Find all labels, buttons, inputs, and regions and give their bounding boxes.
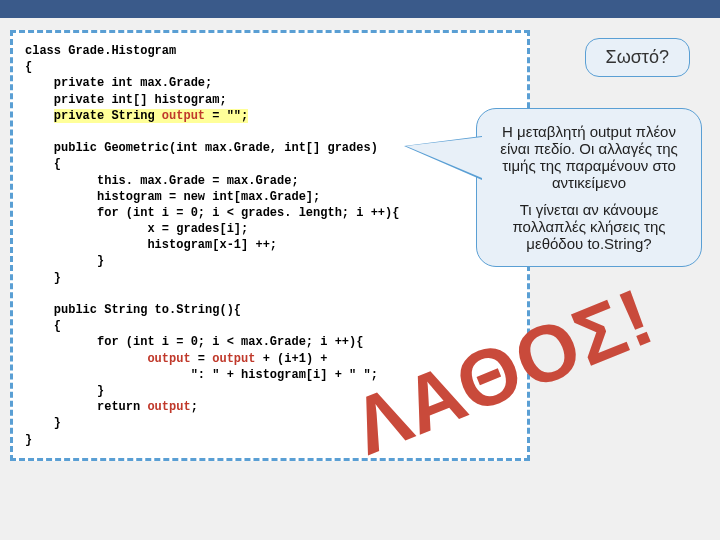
code-line: x = grades[i]; bbox=[25, 222, 248, 236]
code-line: } bbox=[25, 433, 32, 447]
code-line: histogram[x-1] ++; bbox=[25, 238, 277, 252]
code-text: = bbox=[191, 352, 213, 366]
code-text bbox=[25, 352, 147, 366]
var-output: output bbox=[162, 109, 205, 123]
code-line: } bbox=[25, 416, 61, 430]
code-line: class Grade.Histogram bbox=[25, 44, 176, 58]
code-line: { bbox=[25, 60, 32, 74]
question-text: Σωστό? bbox=[606, 47, 669, 67]
code-line: { bbox=[25, 319, 61, 333]
callout-text-1: Η μεταβλητή output πλέον είναι πεδίο. Οι… bbox=[489, 123, 689, 191]
code-line: } bbox=[25, 271, 61, 285]
code-text: ; bbox=[191, 400, 198, 414]
code-line: for (int i = 0; i < max.Grade; i ++){ bbox=[25, 335, 363, 349]
code-text: + (i+1) + bbox=[255, 352, 327, 366]
callout-bubble: Η μεταβλητή output πλέον είναι πεδίο. Οι… bbox=[476, 108, 702, 267]
code-line: ": " + histogram[i] + " "; bbox=[25, 368, 378, 382]
code-line: for (int i = 0; i < grades. length; i ++… bbox=[25, 206, 399, 220]
code-line: public Geometric(int max.Grade, int[] gr… bbox=[25, 141, 378, 155]
code-line bbox=[25, 109, 54, 123]
var-output: output bbox=[147, 352, 190, 366]
callout-text-2: Τι γίνεται αν κάνουμε πολλαπλές κλήσεις … bbox=[489, 201, 689, 252]
code-line: public String to.String(){ bbox=[25, 303, 241, 317]
slide-content: class Grade.Histogram { private int max.… bbox=[0, 18, 720, 473]
code-line: private int[] histogram; bbox=[25, 93, 227, 107]
code-text: return bbox=[25, 400, 147, 414]
code-line: private int max.Grade; bbox=[25, 76, 212, 90]
code-text: private String bbox=[54, 109, 162, 123]
top-bar bbox=[0, 0, 720, 18]
code-line: this. max.Grade = max.Grade; bbox=[25, 174, 299, 188]
code-line: } bbox=[25, 384, 104, 398]
code-text: = ""; bbox=[205, 109, 248, 123]
code-line: histogram = new int[max.Grade]; bbox=[25, 190, 320, 204]
highlight: private String output = ""; bbox=[54, 109, 248, 123]
question-box: Σωστό? bbox=[585, 38, 690, 77]
var-output: output bbox=[147, 400, 190, 414]
var-output: output bbox=[212, 352, 255, 366]
code-line: { bbox=[25, 157, 61, 171]
code-line: } bbox=[25, 254, 104, 268]
